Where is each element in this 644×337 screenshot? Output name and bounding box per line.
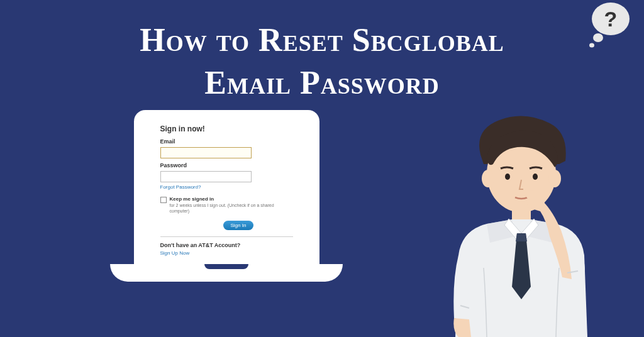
email-field[interactable] <box>160 147 252 158</box>
thinking-person-illustration <box>392 104 625 337</box>
laptop-screen: Sign in now! Email Password Forgot Passw… <box>134 110 319 264</box>
question-thought-bubble: ? <box>584 0 635 50</box>
laptop-illustration: Sign in now! Email Password Forgot Passw… <box>110 110 343 324</box>
svg-point-4 <box>482 170 494 187</box>
keep-signed-checkbox[interactable] <box>160 197 167 203</box>
password-label: Password <box>160 162 293 168</box>
signup-link[interactable]: Sign Up Now <box>160 250 293 256</box>
password-field[interactable] <box>160 171 252 182</box>
svg-point-2 <box>589 43 594 48</box>
keep-signed-text: Keep me signed in for 2 weeks unless I s… <box>170 196 293 214</box>
svg-point-5 <box>548 170 561 187</box>
thought-bubble-icon: ? <box>584 0 635 50</box>
keep-signed-label: Keep me signed in <box>170 196 214 202</box>
forgot-password-link[interactable]: Forgot Password? <box>160 184 293 190</box>
signin-heading: Sign in now! <box>160 124 293 133</box>
question-mark-icon: ? <box>604 7 618 31</box>
keep-signed-row: Keep me signed in for 2 weeks unless I s… <box>160 196 293 214</box>
signin-button[interactable]: Sign In <box>223 221 254 230</box>
person-icon <box>392 104 625 337</box>
svg-point-7 <box>533 174 538 180</box>
title-line-2: Email Password <box>204 65 439 101</box>
form-divider <box>160 236 293 237</box>
page-title: How to Reset Sbcglobal Email Password <box>0 0 644 104</box>
login-form: Sign in now! Email Password Forgot Passw… <box>142 121 312 256</box>
no-account-text: Don't have an AT&T Account? <box>160 242 293 248</box>
svg-point-1 <box>593 33 603 42</box>
keep-signed-sublabel: for 2 weeks unless I sign out. (Uncheck … <box>170 203 274 214</box>
title-line-1: How to Reset Sbcglobal <box>140 22 504 58</box>
svg-point-6 <box>505 174 510 180</box>
email-label: Email <box>160 138 293 145</box>
laptop-notch <box>204 264 248 269</box>
